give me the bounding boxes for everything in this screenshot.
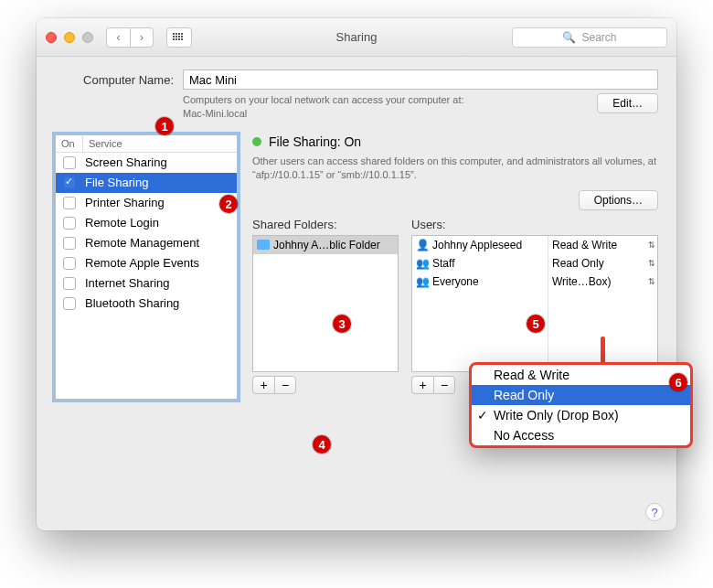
chevron-updown-icon: ⇅ — [648, 259, 655, 268]
callout-1: 1 — [155, 117, 174, 135]
forward-button: › — [130, 27, 154, 48]
checkbox-icon[interactable] — [63, 197, 76, 209]
list-item[interactable]: 👥Everyone — [412, 273, 548, 291]
computer-name-label: Computer Name: — [55, 73, 174, 87]
add-user-button[interactable]: + — [411, 376, 433, 394]
list-item[interactable]: Johhny A…blic Folder — [253, 236, 398, 254]
user-names-column: 👤Johhny Appleseed 👥Staff 👥Everyone — [412, 236, 548, 371]
folders-addremove: + − — [252, 376, 399, 394]
service-remote-apple-events[interactable]: Remote Apple Events — [56, 253, 237, 273]
grid-icon — [173, 33, 186, 42]
permission-dropdown[interactable]: Read & Write Read Only ✓Write Only (Drop… — [469, 362, 693, 448]
callout-2: 2 — [219, 195, 238, 213]
titlebar: ‹ › Sharing 🔍 Search — [37, 18, 676, 57]
search-placeholder: Search — [581, 31, 616, 44]
hostname-hint: Computers on your local network can acce… — [183, 93, 588, 122]
chevron-updown-icon: ⇅ — [648, 241, 655, 250]
callout-3: 3 — [333, 315, 351, 333]
checkbox-icon[interactable] — [63, 277, 76, 290]
users-list[interactable]: 👤Johhny Appleseed 👥Staff 👥Everyone Read … — [411, 235, 658, 372]
list-item[interactable]: 👥Staff — [412, 254, 548, 273]
callout-4: 4 — [313, 435, 331, 454]
group-icon: 👥 — [416, 275, 429, 288]
check-icon: ✓ — [477, 408, 488, 422]
status-description: Other users can access shared folders on… — [252, 155, 658, 183]
service-remote-login[interactable]: Remote Login — [56, 213, 237, 233]
status-on-icon — [252, 137, 261, 146]
group-icon: 👥 — [416, 257, 429, 270]
permission-select[interactable]: Write…Box)⇅ — [548, 273, 657, 291]
traffic-lights — [46, 32, 93, 43]
checkbox-icon[interactable] — [63, 237, 76, 250]
shared-folders-list[interactable]: Johhny A…blic Folder — [252, 235, 399, 372]
service-file-sharing[interactable]: File Sharing — [56, 173, 237, 193]
sharing-preferences-window: ‹ › Sharing 🔍 Search Computer Name: Comp… — [37, 18, 676, 530]
checkbox-icon[interactable] — [63, 156, 76, 169]
checkbox-icon[interactable] — [63, 297, 76, 310]
nav-group: ‹ › — [106, 27, 154, 48]
shared-folders-label: Shared Folders: — [252, 218, 399, 231]
dropdown-option-read-write[interactable]: Read & Write — [472, 365, 690, 385]
permission-select[interactable]: Read & Write⇅ — [548, 236, 657, 254]
minimize-icon[interactable] — [64, 32, 75, 43]
services-list[interactable]: On Service Screen Sharing File Sharing P… — [55, 134, 238, 400]
zoom-icon — [82, 32, 93, 43]
status-row: File Sharing: On — [252, 134, 658, 149]
back-button[interactable]: ‹ — [106, 27, 130, 48]
service-screen-sharing[interactable]: Screen Sharing — [56, 153, 237, 173]
search-input[interactable]: 🔍 Search — [512, 27, 667, 48]
dropdown-option-no-access[interactable]: No Access — [472, 425, 690, 445]
remove-user-button[interactable]: − — [433, 376, 455, 394]
show-all-button[interactable] — [166, 27, 192, 48]
services-header: On Service — [56, 135, 237, 153]
header-on: On — [56, 135, 83, 152]
folder-icon — [257, 240, 270, 250]
checkbox-checked-icon[interactable] — [63, 176, 76, 189]
hint-line1: Computers on your local network can acce… — [183, 93, 588, 107]
service-internet-sharing[interactable]: Internet Sharing — [56, 273, 237, 294]
hint-line2: Mac-Mini.local — [183, 107, 588, 121]
users-label: Users: — [411, 218, 658, 231]
options-button[interactable]: Options… — [579, 190, 658, 210]
service-remote-management[interactable]: Remote Management — [56, 233, 237, 253]
service-bluetooth-sharing[interactable]: Bluetooth Sharing — [56, 294, 237, 314]
help-button[interactable]: ? — [645, 503, 664, 521]
callout-5: 5 — [527, 315, 545, 333]
person-icon: 👤 — [416, 239, 429, 251]
chevron-updown-icon: ⇅ — [648, 277, 655, 286]
search-icon: 🔍 — [562, 31, 576, 44]
permission-select[interactable]: Read Only⇅ — [548, 254, 657, 273]
service-printer-sharing[interactable]: Printer Sharing — [56, 193, 237, 213]
close-icon[interactable] — [46, 32, 57, 43]
callout-6: 6 — [669, 373, 687, 391]
computer-name-field[interactable] — [183, 69, 658, 90]
remove-folder-button[interactable]: − — [274, 376, 296, 394]
dropdown-option-read-only[interactable]: Read Only — [472, 385, 690, 405]
header-service: Service — [83, 135, 237, 152]
list-item[interactable]: 👤Johhny Appleseed — [412, 236, 548, 254]
checkbox-icon[interactable] — [63, 217, 76, 230]
dropdown-option-write-only[interactable]: ✓Write Only (Drop Box) — [472, 405, 690, 425]
edit-hostname-button[interactable]: Edit… — [597, 93, 658, 113]
add-folder-button[interactable]: + — [252, 376, 274, 394]
status-title: File Sharing: On — [269, 134, 361, 149]
checkbox-icon[interactable] — [63, 257, 76, 270]
detail-panel: File Sharing: On Other users can access … — [252, 134, 658, 394]
